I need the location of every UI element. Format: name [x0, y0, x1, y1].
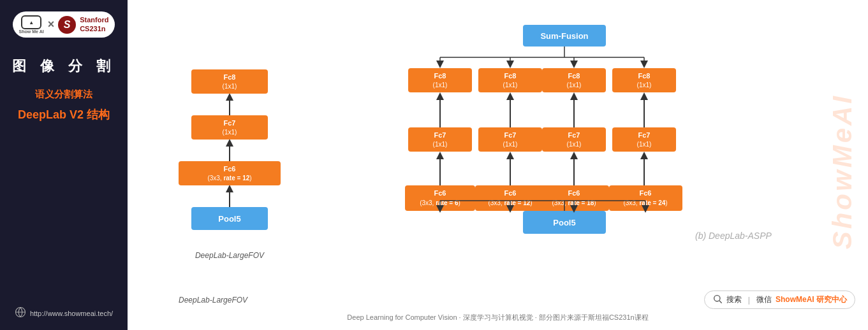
left-panel: Show Me AI × S Stanford CS231n 图 像 分 割 语…	[0, 0, 128, 330]
chinese-title: 图 像 分 割	[12, 57, 115, 76]
r2-fc8-l2: (1x1)	[503, 82, 518, 89]
diagram-svg: Pool5 Fc6 (3x3, rate = 12) Fc7 (1x1) Fc8…	[140, 10, 855, 264]
footer-divider: |	[748, 296, 750, 305]
r3-fc6-l1: Fc6	[568, 189, 580, 197]
left-pool5-label: Pool5	[218, 214, 240, 224]
r3-arrowhead-fc7-fc8	[570, 92, 578, 100]
caption-text: Deep Learning for Computer Vision · 深度学习…	[347, 313, 648, 321]
r4-fc7-l1: Fc7	[638, 131, 651, 139]
r3-fc8-l2: (1x1)	[567, 82, 582, 89]
arrowdown-3	[570, 61, 578, 68]
r1-arrowhead-fc7-fc8	[436, 92, 444, 100]
r1-fc7-l2: (1x1)	[433, 141, 448, 148]
svg-line-2	[719, 301, 722, 303]
search-text: 搜索	[726, 294, 742, 305]
r2-fc6-l1: Fc6	[504, 189, 517, 197]
r4-fc8-l2: (1x1)	[637, 82, 652, 89]
r3-fc7-l1: Fc7	[568, 131, 580, 139]
r2-arrowhead-fc7-fc8	[506, 92, 514, 100]
wechat-text: 微信	[756, 294, 772, 305]
r3-fc8-l1: Fc8	[568, 72, 580, 80]
stanford-line1: Stanford	[80, 16, 108, 24]
r2-fc8-l1: Fc8	[504, 72, 517, 80]
left-fc6-label2: (3x3, rate = 12)	[207, 175, 251, 182]
sum-fusion-label: Sum-Fusion	[540, 31, 588, 41]
showme-icon	[21, 15, 41, 29]
r1-fc6-l1: Fc6	[434, 189, 446, 197]
cross-symbol: ×	[48, 18, 55, 31]
r4-fc7-l2: (1x1)	[637, 141, 652, 148]
left-fc7-label2: (1x1)	[223, 129, 237, 136]
search-badge[interactable]: 搜索 | 微信 ShowMeAI 研究中心	[704, 291, 855, 309]
search-icon	[712, 294, 723, 306]
svg-point-1	[714, 296, 720, 301]
arrowdown-1	[436, 61, 444, 68]
website-url[interactable]: http://www.showmeai.tech/	[30, 310, 113, 317]
r2-arrowhead-fc6-fc7	[506, 152, 514, 159]
left-fc8-label1: Fc8	[224, 73, 236, 81]
aspp-label: (b) DeepLab-ASPP	[695, 231, 772, 241]
left-diagram-footer-label: DeepLab-LargeFOV	[179, 296, 247, 305]
footer-labels: DeepLab-LargeFOV	[140, 296, 247, 305]
arrow-head-1	[226, 185, 233, 192]
brand-name: ShowMeAI 研究中心	[776, 294, 847, 305]
bottom-caption: Deep Learning for Computer Vision · 深度学习…	[140, 310, 855, 324]
r3-arrowhead-fc6-fc7	[570, 152, 578, 159]
showme-logo: Show Me AI	[19, 15, 44, 34]
r4-arrowhead-fc7-fc8	[640, 92, 648, 100]
arrowdown-4	[640, 61, 648, 68]
stanford-s-icon: S	[58, 16, 76, 34]
arrow-head-3	[226, 93, 233, 101]
r1-fc8-l1: Fc8	[434, 72, 446, 80]
left-fc7-label1: Fc7	[224, 119, 236, 127]
stanford-logo: S	[58, 16, 76, 34]
diagram-area: Pool5 Fc6 (3x3, rate = 12) Fc7 (1x1) Fc8…	[140, 10, 855, 287]
left-fc8-label2: (1x1)	[223, 83, 237, 90]
subtitle: 语义分割算法	[35, 87, 92, 101]
logo-badge: Show Me AI × S Stanford CS231n	[13, 11, 115, 38]
website-row: http://www.showmeai.tech/	[15, 306, 113, 320]
showme-text: Show Me AI	[19, 29, 44, 34]
r3-fc7-l2: (1x1)	[567, 141, 582, 148]
footer-row: DeepLab-LargeFOV 搜索 | 微信 ShowMeAI 研究中心	[140, 287, 855, 310]
r1-fc7-l1: Fc7	[434, 131, 446, 139]
left-fc6-label1: Fc6	[224, 165, 236, 173]
r2-fc7-l2: (1x1)	[503, 141, 518, 148]
arrowdown-2	[506, 61, 514, 68]
deeplab-title: DeepLab V2 结构	[18, 107, 110, 122]
r4-fc6-l1: Fc6	[640, 189, 652, 197]
right-panel: ShowMeAI Pool5 Fc6 (3x3, rate = 12) Fc7 …	[128, 0, 868, 330]
r4-fc8-l1: Fc8	[638, 72, 651, 80]
website-icon	[15, 306, 26, 320]
right-pool5-label: Pool5	[553, 218, 575, 227]
stanford-text: Stanford CS231n	[80, 16, 108, 32]
stanford-line2: CS231n	[80, 25, 105, 33]
arrow-head-2	[226, 139, 233, 147]
r4-arrowhead-fc6-fc7	[640, 152, 648, 159]
r1-fc8-l2: (1x1)	[433, 82, 448, 89]
r1-arrowhead-fc6-fc7	[436, 152, 444, 159]
r2-fc7-l1: Fc7	[504, 131, 517, 139]
left-diagram-label: DeepLab-LargeFOV	[195, 251, 265, 260]
